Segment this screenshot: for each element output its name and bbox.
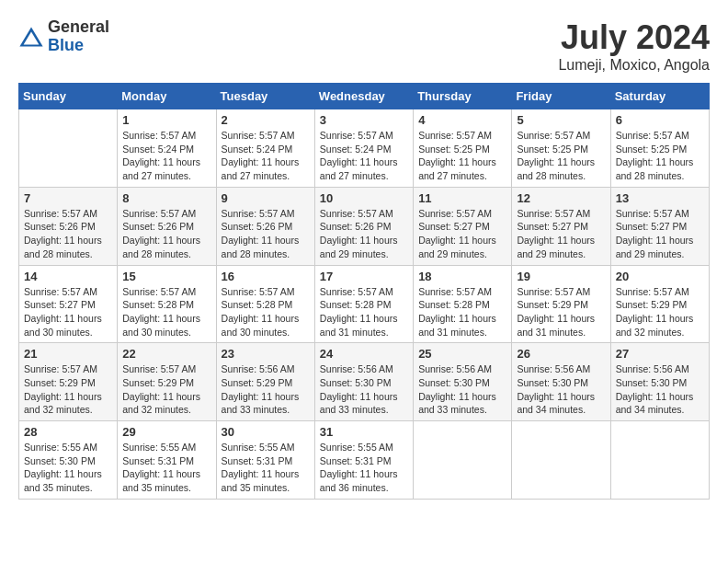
day-info: Sunrise: 5:57 AM Sunset: 5:25 PM Dayligh… [517, 129, 605, 183]
day-number: 18 [418, 270, 506, 283]
day-info: Sunrise: 5:57 AM Sunset: 5:26 PM Dayligh… [24, 207, 112, 261]
day-info: Sunrise: 5:57 AM Sunset: 5:29 PM Dayligh… [616, 285, 704, 339]
day-number: 7 [24, 191, 112, 205]
calendar-cell: 11Sunrise: 5:57 AM Sunset: 5:27 PM Dayli… [414, 187, 512, 265]
day-info: Sunrise: 5:57 AM Sunset: 5:28 PM Dayligh… [418, 285, 506, 339]
day-number: 3 [320, 113, 408, 127]
calendar-cell: 24Sunrise: 5:56 AM Sunset: 5:30 PM Dayli… [314, 343, 413, 421]
day-number: 1 [122, 113, 210, 127]
day-info: Sunrise: 5:57 AM Sunset: 5:25 PM Dayligh… [418, 129, 506, 183]
day-number: 24 [320, 347, 408, 361]
day-info: Sunrise: 5:57 AM Sunset: 5:26 PM Dayligh… [320, 207, 408, 261]
day-number: 12 [517, 191, 605, 205]
calendar-cell: 17Sunrise: 5:57 AM Sunset: 5:28 PM Dayli… [314, 265, 413, 343]
day-info: Sunrise: 5:55 AM Sunset: 5:31 PM Dayligh… [320, 441, 408, 495]
calendar-cell [414, 421, 512, 500]
calendar-cell: 3Sunrise: 5:57 AM Sunset: 5:24 PM Daylig… [314, 109, 413, 188]
day-info: Sunrise: 5:57 AM Sunset: 5:28 PM Dayligh… [222, 285, 310, 339]
calendar-cell: 28Sunrise: 5:55 AM Sunset: 5:30 PM Dayli… [19, 421, 118, 500]
calendar-header-saturday: Saturday [610, 84, 709, 109]
title-block: July 2024 Lumeji, Moxico, Angola [558, 18, 710, 74]
calendar-cell: 21Sunrise: 5:57 AM Sunset: 5:29 PM Dayli… [19, 343, 118, 421]
calendar-week-row: 21Sunrise: 5:57 AM Sunset: 5:29 PM Dayli… [19, 343, 710, 421]
day-info: Sunrise: 5:57 AM Sunset: 5:28 PM Dayligh… [122, 285, 210, 339]
day-number: 28 [24, 425, 112, 439]
day-info: Sunrise: 5:57 AM Sunset: 5:24 PM Dayligh… [222, 129, 310, 183]
day-info: Sunrise: 5:57 AM Sunset: 5:25 PM Dayligh… [616, 129, 704, 183]
day-info: Sunrise: 5:57 AM Sunset: 5:27 PM Dayligh… [24, 285, 112, 339]
calendar-cell: 23Sunrise: 5:56 AM Sunset: 5:29 PM Dayli… [216, 343, 314, 421]
day-number: 5 [517, 113, 605, 127]
calendar-header-monday: Monday [118, 84, 216, 109]
day-info: Sunrise: 5:57 AM Sunset: 5:29 PM Dayligh… [24, 362, 112, 417]
calendar-cell: 30Sunrise: 5:55 AM Sunset: 5:31 PM Dayli… [216, 421, 314, 500]
day-info: Sunrise: 5:57 AM Sunset: 5:28 PM Dayligh… [320, 285, 408, 339]
day-number: 27 [616, 347, 704, 361]
calendar-cell: 9Sunrise: 5:57 AM Sunset: 5:26 PM Daylig… [216, 187, 314, 265]
day-number: 8 [122, 191, 210, 205]
calendar-cell: 7Sunrise: 5:57 AM Sunset: 5:26 PM Daylig… [19, 187, 118, 265]
calendar-cell: 22Sunrise: 5:57 AM Sunset: 5:29 PM Dayli… [118, 343, 216, 421]
calendar-cell [512, 421, 610, 500]
day-number: 6 [616, 113, 704, 127]
logo-icon [18, 24, 44, 50]
day-number: 14 [24, 270, 112, 283]
day-info: Sunrise: 5:57 AM Sunset: 5:24 PM Dayligh… [122, 129, 210, 183]
logo: General Blue [18, 18, 109, 55]
calendar-cell: 25Sunrise: 5:56 AM Sunset: 5:30 PM Dayli… [414, 343, 512, 421]
day-info: Sunrise: 5:57 AM Sunset: 5:26 PM Dayligh… [222, 207, 310, 261]
day-number: 22 [122, 347, 210, 361]
day-info: Sunrise: 5:56 AM Sunset: 5:30 PM Dayligh… [517, 362, 605, 417]
day-number: 2 [222, 113, 310, 127]
logo-blue: Blue [48, 37, 109, 55]
day-info: Sunrise: 5:57 AM Sunset: 5:27 PM Dayligh… [517, 207, 605, 261]
calendar-cell: 18Sunrise: 5:57 AM Sunset: 5:28 PM Dayli… [414, 265, 512, 343]
day-info: Sunrise: 5:55 AM Sunset: 5:30 PM Dayligh… [24, 441, 112, 495]
day-number: 26 [517, 347, 605, 361]
day-number: 29 [122, 425, 210, 439]
location-subtitle: Lumeji, Moxico, Angola [558, 57, 710, 74]
day-number: 10 [320, 191, 408, 205]
calendar-cell: 19Sunrise: 5:57 AM Sunset: 5:29 PM Dayli… [512, 265, 610, 343]
calendar-week-row: 1Sunrise: 5:57 AM Sunset: 5:24 PM Daylig… [19, 109, 710, 188]
day-number: 19 [517, 270, 605, 283]
day-info: Sunrise: 5:56 AM Sunset: 5:29 PM Dayligh… [222, 362, 310, 417]
calendar-week-row: 14Sunrise: 5:57 AM Sunset: 5:27 PM Dayli… [19, 265, 710, 343]
day-number: 4 [418, 113, 506, 127]
day-info: Sunrise: 5:55 AM Sunset: 5:31 PM Dayligh… [122, 441, 210, 495]
month-year-title: July 2024 [558, 18, 710, 57]
day-number: 20 [616, 270, 704, 283]
calendar-week-row: 7Sunrise: 5:57 AM Sunset: 5:26 PM Daylig… [19, 187, 710, 265]
day-number: 23 [222, 347, 310, 361]
calendar-cell: 5Sunrise: 5:57 AM Sunset: 5:25 PM Daylig… [512, 109, 610, 188]
calendar-cell: 12Sunrise: 5:57 AM Sunset: 5:27 PM Dayli… [512, 187, 610, 265]
calendar-header-row: SundayMondayTuesdayWednesdayThursdayFrid… [19, 84, 710, 109]
calendar-cell: 27Sunrise: 5:56 AM Sunset: 5:30 PM Dayli… [610, 343, 709, 421]
calendar-cell: 10Sunrise: 5:57 AM Sunset: 5:26 PM Dayli… [314, 187, 413, 265]
day-number: 31 [320, 425, 408, 439]
day-number: 16 [222, 270, 310, 283]
calendar-cell: 1Sunrise: 5:57 AM Sunset: 5:24 PM Daylig… [118, 109, 216, 188]
day-number: 9 [222, 191, 310, 205]
day-info: Sunrise: 5:56 AM Sunset: 5:30 PM Dayligh… [616, 362, 704, 417]
calendar-cell: 14Sunrise: 5:57 AM Sunset: 5:27 PM Dayli… [19, 265, 118, 343]
calendar-cell: 31Sunrise: 5:55 AM Sunset: 5:31 PM Dayli… [314, 421, 413, 500]
day-number: 13 [616, 191, 704, 205]
day-info: Sunrise: 5:56 AM Sunset: 5:30 PM Dayligh… [320, 362, 408, 417]
calendar-cell: 4Sunrise: 5:57 AM Sunset: 5:25 PM Daylig… [414, 109, 512, 188]
day-info: Sunrise: 5:56 AM Sunset: 5:30 PM Dayligh… [418, 362, 506, 417]
day-info: Sunrise: 5:57 AM Sunset: 5:26 PM Dayligh… [122, 207, 210, 261]
calendar-cell: 6Sunrise: 5:57 AM Sunset: 5:25 PM Daylig… [610, 109, 709, 188]
logo-text: General Blue [48, 18, 109, 55]
calendar-cell: 16Sunrise: 5:57 AM Sunset: 5:28 PM Dayli… [216, 265, 314, 343]
calendar-cell: 15Sunrise: 5:57 AM Sunset: 5:28 PM Dayli… [118, 265, 216, 343]
day-info: Sunrise: 5:57 AM Sunset: 5:27 PM Dayligh… [616, 207, 704, 261]
calendar-table: SundayMondayTuesdayWednesdayThursdayFrid… [18, 83, 710, 500]
day-info: Sunrise: 5:55 AM Sunset: 5:31 PM Dayligh… [222, 441, 310, 495]
day-number: 21 [24, 347, 112, 361]
calendar-cell: 13Sunrise: 5:57 AM Sunset: 5:27 PM Dayli… [610, 187, 709, 265]
calendar-week-row: 28Sunrise: 5:55 AM Sunset: 5:30 PM Dayli… [19, 421, 710, 500]
day-number: 30 [222, 425, 310, 439]
day-number: 11 [418, 191, 506, 205]
page-header: General Blue July 2024 Lumeji, Moxico, A… [18, 18, 710, 74]
